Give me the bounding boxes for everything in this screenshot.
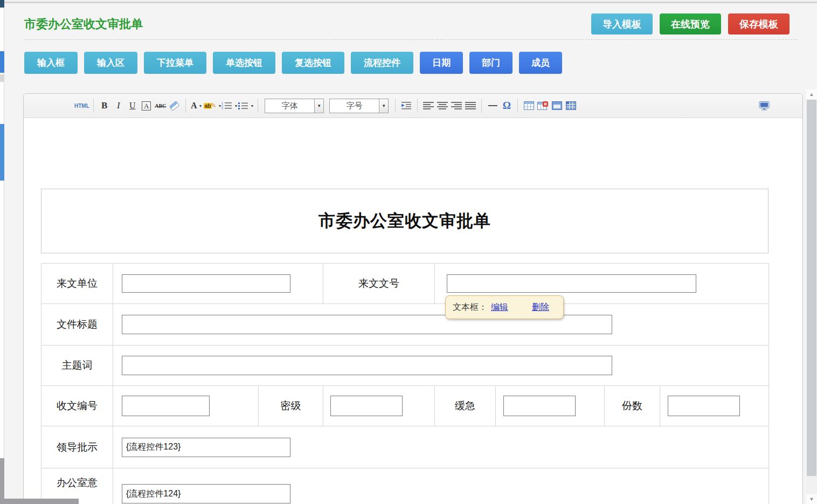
- vertical-scrollbar[interactable]: ▲ ▼: [806, 89, 817, 504]
- font-attribute-button[interactable]: A: [140, 98, 154, 113]
- indent-icon: [401, 101, 412, 110]
- highlight-color-button[interactable]: ab✎▼: [204, 98, 222, 113]
- table-row: 收文编号 密级 缓急 份数: [41, 386, 769, 426]
- align-right-button[interactable]: [449, 98, 463, 113]
- doc-title-label: 文件标题: [41, 304, 113, 346]
- add-department-button[interactable]: 部门: [469, 52, 513, 74]
- font-color-button[interactable]: A▼: [190, 98, 204, 113]
- source-code-button[interactable]: HTML: [74, 98, 89, 113]
- toolbar-separator: [481, 99, 482, 113]
- table-row: 来文单位 来文文号: [41, 264, 769, 304]
- align-center-icon: [437, 102, 448, 109]
- insert-table-icon: [524, 101, 534, 110]
- import-template-button[interactable]: 导入模板: [591, 13, 653, 34]
- add-input-box-button[interactable]: 输入框: [24, 52, 78, 74]
- toolbar-separator: [517, 99, 518, 113]
- bold-button[interactable]: B: [98, 98, 112, 113]
- add-date-button[interactable]: 日期: [420, 52, 463, 74]
- table-row: 领导批示: [41, 426, 769, 468]
- indent-button[interactable]: [399, 98, 413, 113]
- italic-button[interactable]: I: [112, 98, 126, 113]
- receipt-number-input[interactable]: [122, 396, 210, 416]
- delete-table-button[interactable]: [536, 98, 550, 113]
- background-window-fragment: [0, 0, 4, 8]
- align-left-button[interactable]: [421, 98, 435, 113]
- font-size-combo: 字号 ▼: [329, 99, 389, 113]
- header-actions: 导入模板 在线预览 保存模板: [591, 13, 790, 34]
- template-designer-screen: 市委办公室收文审批单 导入模板 在线预览 保存模板 输入框 输入区 下拉菜单 单…: [0, 0, 817, 504]
- background-window-fragment: [0, 499, 79, 504]
- font-size-dropdown-arrow[interactable]: ▼: [379, 99, 389, 113]
- add-dropdown-button[interactable]: 下拉菜单: [144, 52, 206, 74]
- remove-format-button[interactable]: [168, 98, 182, 113]
- unordered-list-button[interactable]: ▼: [238, 98, 254, 113]
- editor-canvas[interactable]: 市委办公室收文审批单 来文单位 来文文号 文件标题 主: [24, 118, 802, 504]
- table-row: 主题词: [41, 346, 769, 386]
- source-unit-input[interactable]: [122, 274, 290, 293]
- table-properties-icon: [552, 101, 562, 110]
- save-template-button[interactable]: 保存模板: [728, 13, 790, 34]
- font-size-field[interactable]: 字号: [329, 99, 379, 113]
- add-textarea-button[interactable]: 输入区: [84, 52, 137, 74]
- chevron-down-icon: ▼: [250, 104, 254, 108]
- online-preview-button[interactable]: 在线预览: [660, 13, 721, 34]
- copies-input[interactable]: [668, 396, 740, 416]
- subject-label: 主题词: [41, 346, 113, 386]
- toolbar-separator: [185, 99, 186, 113]
- urgency-input[interactable]: [503, 396, 576, 416]
- cell-properties-button[interactable]: [564, 98, 578, 113]
- background-window-fragment: [0, 124, 4, 181]
- strikethrough-button[interactable]: ABC: [154, 98, 168, 113]
- background-window-fragment: [0, 74, 4, 82]
- urgency-label: 缓急: [435, 386, 496, 426]
- doc-number-input[interactable]: [447, 274, 696, 293]
- office-opinion-flow-control-input[interactable]: [122, 484, 290, 503]
- strikethrough-icon: ABC: [155, 103, 166, 109]
- align-justify-button[interactable]: [463, 98, 477, 113]
- approval-form-table: 来文单位 来文文号 文件标题 主题词 收文编号 密级: [41, 263, 769, 504]
- add-flow-control-button[interactable]: 流程控件: [351, 52, 413, 74]
- copies-label: 份数: [605, 386, 660, 426]
- align-center-button[interactable]: [435, 98, 449, 113]
- add-radio-button[interactable]: 单选按钮: [213, 52, 275, 74]
- insert-table-button[interactable]: [522, 98, 536, 113]
- background-window-fragment: [0, 458, 4, 504]
- chevron-down-icon: ▼: [234, 104, 238, 108]
- delete-field-link[interactable]: 删除: [532, 302, 549, 313]
- table-properties-button[interactable]: [550, 98, 564, 113]
- ordered-list-button[interactable]: 123 ▼: [221, 98, 238, 113]
- align-left-icon: [423, 102, 434, 109]
- horizontal-rule-icon: [488, 105, 497, 106]
- edit-field-link[interactable]: 编辑: [491, 302, 508, 313]
- subject-input[interactable]: [122, 356, 612, 375]
- font-color-icon: A: [191, 101, 197, 111]
- table-row: 文件标题: [41, 304, 769, 346]
- scroll-down-arrow-icon[interactable]: ▼: [806, 494, 817, 504]
- tooltip-label: 文本框：: [453, 302, 487, 313]
- page-title: 市委办公室收文审批单: [24, 16, 143, 32]
- horizontal-rule-button[interactable]: [486, 98, 500, 113]
- pencil-icon: ✎: [211, 102, 216, 109]
- leader-comments-label: 领导批示: [41, 426, 113, 468]
- special-character-button[interactable]: Ω: [500, 98, 514, 113]
- eraser-icon: [169, 100, 180, 111]
- font-family-field[interactable]: 字体: [265, 99, 315, 113]
- add-checkbox-button[interactable]: 复选按钮: [282, 52, 344, 74]
- security-level-input[interactable]: [330, 396, 403, 416]
- scrollbar-thumb[interactable]: [807, 100, 816, 476]
- receipt-number-label: 收文编号: [41, 386, 113, 426]
- fullscreen-button[interactable]: [757, 98, 771, 113]
- unordered-list-icon: [238, 101, 248, 110]
- font-family-dropdown-arrow[interactable]: ▼: [315, 99, 324, 113]
- chevron-down-icon: ▼: [218, 104, 222, 108]
- cell-properties-icon: [566, 101, 576, 110]
- add-member-button[interactable]: 成员: [519, 52, 562, 74]
- chevron-down-icon: ▼: [199, 104, 203, 108]
- header-divider: [24, 39, 798, 40]
- toolbar-separator: [395, 99, 396, 113]
- underline-button[interactable]: U: [126, 98, 140, 113]
- leader-comments-flow-control-input[interactable]: [122, 438, 290, 457]
- italic-icon: I: [117, 100, 120, 111]
- scroll-up-arrow-icon[interactable]: ▲: [806, 89, 817, 99]
- component-toolbox: 输入框 输入区 下拉菜单 单选按钮 复选按钮 流程控件 日期 部门 成员: [24, 52, 562, 74]
